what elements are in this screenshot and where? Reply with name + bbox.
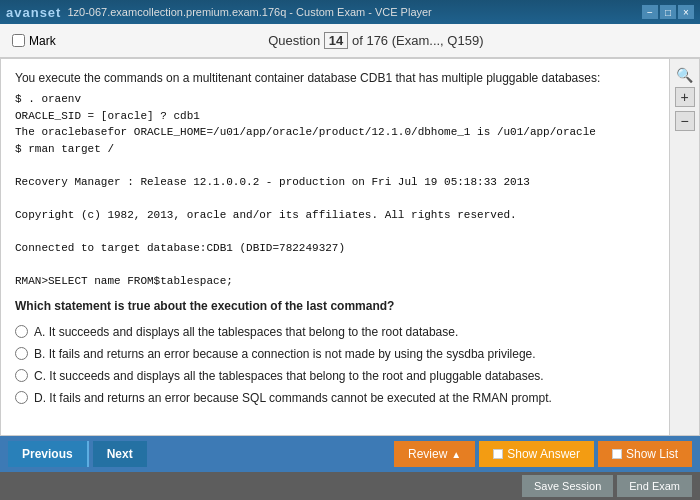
option-c-text: C. It succeeds and displays all the tabl…	[34, 367, 544, 385]
maximize-button[interactable]: □	[660, 5, 676, 19]
show-list-icon	[612, 449, 622, 459]
code-line-8: RMAN>SELECT name FROM$tablespace;	[15, 273, 655, 290]
review-arrow-icon: ▲	[451, 449, 461, 460]
code-line-5: Recovery Manager : Release 12.1.0.0.2 - …	[15, 174, 655, 191]
window-controls[interactable]: − □ ×	[642, 5, 694, 19]
code-line-3: The oraclebasefor ORACLE_HOME=/u01/app/o…	[15, 124, 655, 141]
previous-button[interactable]: Previous	[8, 441, 89, 467]
option-d-radio[interactable]	[15, 391, 28, 404]
app-logo: avanset	[6, 5, 61, 20]
option-c[interactable]: C. It succeeds and displays all the tabl…	[15, 367, 655, 385]
question-info: Question 14 of 176 (Exam..., Q159)	[64, 32, 688, 49]
code-line-7: Connected to target database:CDB1 (DBID=…	[15, 240, 655, 257]
show-answer-button[interactable]: Show Answer	[479, 441, 594, 467]
option-a-radio[interactable]	[15, 325, 28, 338]
code-line-6: Copyright (c) 1982, 2013, oracle and/or …	[15, 207, 655, 224]
review-button[interactable]: Review ▲	[394, 441, 475, 467]
code-line-2: ORACLE_SID = [oracle] ? cdb1	[15, 108, 655, 125]
title-bar: avanset 1z0-067.examcollection.premium.e…	[0, 0, 700, 24]
end-exam-button[interactable]: End Exam	[617, 475, 692, 497]
question-intro: You execute the commands on a multitenan…	[15, 69, 655, 87]
option-b-text: B. It fails and returns an error because…	[34, 345, 536, 363]
next-button[interactable]: Next	[93, 441, 147, 467]
content-area: You execute the commands on a multitenan…	[0, 58, 700, 436]
mark-checkbox-label[interactable]: Mark	[12, 34, 56, 48]
option-a[interactable]: A. It succeeds and displays all the tabl…	[15, 323, 655, 341]
mark-label: Mark	[29, 34, 56, 48]
main-wrapper: Mark Question 14 of 176 (Exam..., Q159) …	[0, 24, 700, 500]
review-label: Review	[408, 447, 447, 461]
show-answer-icon	[493, 449, 503, 459]
question-number: 14	[324, 32, 348, 49]
zoom-in-button[interactable]: +	[675, 87, 695, 107]
option-a-text: A. It succeeds and displays all the tabl…	[34, 323, 458, 341]
mark-checkbox[interactable]	[12, 34, 25, 47]
option-b-radio[interactable]	[15, 347, 28, 360]
action-bar: Save Session End Exam	[0, 472, 700, 500]
question-body: You execute the commands on a multitenan…	[1, 59, 669, 435]
window-title: 1z0-067.examcollection.premium.exam.176q…	[67, 6, 431, 18]
code-line-4: $ rman target /	[15, 141, 655, 158]
options-list: A. It succeeds and displays all the tabl…	[15, 323, 655, 407]
zoom-out-button[interactable]: −	[675, 111, 695, 131]
close-button[interactable]: ×	[678, 5, 694, 19]
show-list-label: Show List	[626, 447, 678, 461]
question-of: of 176 (Exam..., Q159)	[352, 33, 484, 48]
option-d-text: D. It fails and returns an error because…	[34, 389, 552, 407]
code-block: $ . oraenv ORACLE_SID = [oracle] ? cdb1 …	[15, 91, 655, 289]
right-sidebar: 🔍 + −	[669, 59, 699, 435]
show-answer-label: Show Answer	[507, 447, 580, 461]
minimize-button[interactable]: −	[642, 5, 658, 19]
option-c-radio[interactable]	[15, 369, 28, 382]
show-list-button[interactable]: Show List	[598, 441, 692, 467]
code-line-1: $ . oraenv	[15, 91, 655, 108]
search-icon[interactable]: 🔍	[676, 67, 693, 83]
question-header: Mark Question 14 of 176 (Exam..., Q159)	[0, 24, 700, 58]
option-b[interactable]: B. It fails and returns an error because…	[15, 345, 655, 363]
question-text: Which statement is true about the execut…	[15, 297, 655, 315]
bottom-toolbar: Previous Next Review ▲ Show Answer Show …	[0, 436, 700, 472]
save-session-button[interactable]: Save Session	[522, 475, 613, 497]
option-d[interactable]: D. It fails and returns an error because…	[15, 389, 655, 407]
question-label: Question	[268, 33, 320, 48]
